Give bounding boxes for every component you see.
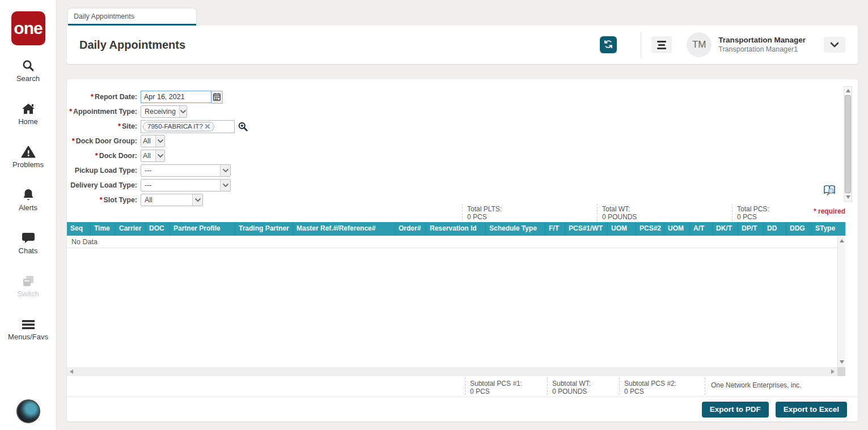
- table-horizontal-scrollbar[interactable]: [67, 367, 837, 376]
- filter-row-report-date: *Report Date: Apr 16, 2021: [67, 90, 248, 104]
- no-data-row: No Data: [67, 236, 837, 248]
- column-header-f-t[interactable]: F/T: [545, 222, 565, 236]
- filter-row-dock-door-group: *Dock Door Group: All: [67, 134, 248, 148]
- column-header-ddg[interactable]: DDG: [786, 222, 812, 236]
- sidebar-item-search[interactable]: Search: [0, 58, 56, 101]
- scroll-left-arrow-icon[interactable]: [70, 369, 73, 374]
- export-to-pdf-button[interactable]: Export to PDF: [702, 402, 769, 418]
- delivery-load-type-label: Delivery Load Type:: [67, 181, 139, 189]
- user-initials-avatar[interactable]: TM: [687, 32, 712, 57]
- column-header-reservation-id[interactable]: Reservation Id: [426, 222, 486, 236]
- chevron-down-icon: [220, 165, 230, 176]
- footer-bar: Export to PDF Export to Excel: [67, 397, 858, 422]
- site-input[interactable]: 7950-FABRICA IT?: [141, 120, 235, 133]
- zoom-search-icon[interactable]: [238, 122, 248, 131]
- report-browse-icon[interactable]: [823, 185, 836, 198]
- filter-panel: *Report Date: Apr 16, 2021 *Appointment …: [67, 90, 248, 207]
- filter-scrollbar[interactable]: [844, 86, 852, 202]
- table-vertical-scrollbar[interactable]: [837, 236, 845, 367]
- sidebar-item-menus-favs[interactable]: Menus/Favs: [0, 316, 56, 359]
- column-header-pcs-2[interactable]: PCS#2: [636, 222, 664, 236]
- pickup-load-type-select[interactable]: ---: [141, 164, 231, 177]
- sidebar-nav: Search Home Problems Alerts Chats: [0, 58, 56, 359]
- one-logo[interactable]: one: [11, 11, 45, 45]
- column-header-carrier[interactable]: Carrier: [116, 222, 146, 236]
- column-header-seq[interactable]: Seq: [67, 222, 91, 236]
- sidebar-item-problems[interactable]: Problems: [0, 144, 56, 187]
- home-icon: [21, 101, 36, 116]
- column-header-order-[interactable]: Order#: [395, 222, 426, 236]
- subtotals-row: Subtotal PCS #1:0 PCS Subtotal WT:0 POUN…: [67, 376, 858, 397]
- totals-row: Total PLTS:0 PCS Total WT:0 POUNDS Total…: [67, 203, 858, 222]
- delivery-load-type-select[interactable]: ---: [141, 179, 231, 191]
- column-header-dk-t[interactable]: DK/T: [713, 222, 738, 236]
- chevron-down-icon: [155, 150, 164, 161]
- company-name: One Network Enterprises, inc.: [705, 378, 852, 395]
- user-menu-chevron-button[interactable]: [824, 37, 845, 53]
- column-header-pcs-1-wt[interactable]: PCS#1/WT: [565, 222, 608, 236]
- scrollbar-corner: [837, 367, 845, 376]
- table-header-row: SeqTimeCarrierDOCPartner ProfileTrading …: [67, 222, 845, 236]
- main-area: Daily Appointments Daily Appointments TM…: [67, 0, 858, 430]
- filter-scrollbar-thumb[interactable]: [845, 95, 851, 193]
- column-header-uom[interactable]: UOM: [608, 222, 636, 236]
- scroll-up-arrow-icon[interactable]: [846, 89, 850, 92]
- subtotal-pcs1: Subtotal PCS #1:0 PCS: [465, 378, 547, 395]
- bell-icon: [22, 187, 35, 202]
- column-header-a-t[interactable]: A/T: [690, 222, 713, 236]
- header-menu-button[interactable]: [651, 36, 672, 53]
- column-header-trading-partner[interactable]: Trading Partner: [235, 222, 293, 236]
- column-header-dd[interactable]: DD: [764, 222, 786, 236]
- content-card: *Report Date: Apr 16, 2021 *Appointment …: [67, 79, 858, 422]
- tab-daily-appointments[interactable]: Daily Appointments: [68, 8, 196, 25]
- column-header-partner-profile[interactable]: Partner Profile: [170, 222, 235, 236]
- scroll-right-arrow-icon[interactable]: [831, 369, 835, 374]
- column-header-master-ref-reference-[interactable]: Master Ref.#/Reference#: [293, 222, 395, 236]
- calendar-icon[interactable]: [211, 91, 223, 104]
- chevron-down-icon: [830, 41, 839, 49]
- chat-bubble-icon: [22, 230, 35, 245]
- appointment-type-label: *Appointment Type:: [67, 108, 139, 116]
- dock-door-group-select[interactable]: All: [141, 135, 165, 147]
- sidebar-item-chats[interactable]: Chats: [0, 230, 56, 273]
- chevron-down-icon: [179, 106, 187, 117]
- report-date-label: *Report Date:: [67, 93, 139, 101]
- column-header-dp-t[interactable]: DP/T: [738, 222, 764, 236]
- filter-row-site: *Site: 7950-FABRICA IT?: [67, 119, 248, 134]
- scroll-up-arrow-icon[interactable]: [840, 239, 844, 242]
- chevron-down-icon: [220, 180, 230, 191]
- column-header-uom[interactable]: UOM: [664, 222, 690, 236]
- sidebar-item-switch[interactable]: Switch: [0, 273, 56, 316]
- appointment-type-select[interactable]: Receiving: [141, 105, 187, 118]
- pickup-load-type-label: Pickup Load Type:: [67, 167, 139, 174]
- refresh-icon: [603, 39, 613, 51]
- dock-door-group-label: *Dock Door Group:: [67, 137, 139, 145]
- column-header-stype[interactable]: SType: [812, 222, 845, 236]
- sidebar-item-home[interactable]: Home: [0, 101, 56, 144]
- column-header-schedule-type[interactable]: Schedule Type: [486, 222, 545, 236]
- subtotal-pcs2: Subtotal PCS #2:0 PCS: [619, 378, 705, 395]
- chip-remove-icon[interactable]: [205, 124, 210, 129]
- user-avatar[interactable]: [16, 399, 40, 423]
- scroll-down-arrow-icon[interactable]: [840, 360, 844, 364]
- scroll-down-arrow-icon[interactable]: [846, 195, 850, 199]
- sidebar-item-alerts[interactable]: Alerts: [0, 187, 56, 230]
- dock-door-label: *Dock Door:: [67, 152, 139, 160]
- user-name: Transportation Manager1: [718, 45, 806, 54]
- site-chip: 7950-FABRICA IT?: [143, 122, 214, 131]
- switch-icon: [22, 273, 35, 288]
- filter-row-appointment-type: *Appointment Type: Receiving: [67, 104, 248, 119]
- warning-triangle-icon: [21, 144, 36, 159]
- total-plts: Total PLTS:0 PCS: [462, 204, 597, 221]
- column-header-time[interactable]: Time: [91, 222, 116, 236]
- page-title: Daily Appointments: [79, 39, 185, 52]
- total-pcs: Total PCS:0 PCS: [732, 204, 806, 221]
- refresh-button[interactable]: [600, 36, 617, 53]
- dock-door-select[interactable]: All: [141, 150, 165, 162]
- export-to-excel-button[interactable]: Export to Excel: [776, 402, 847, 418]
- report-date-input[interactable]: Apr 16, 2021: [141, 91, 211, 103]
- menu-bars-icon: [21, 316, 36, 331]
- column-header-doc[interactable]: DOC: [146, 222, 170, 236]
- table-body: No Data: [67, 236, 837, 367]
- filter-row-pickup-load-type: Pickup Load Type: ---: [67, 163, 248, 178]
